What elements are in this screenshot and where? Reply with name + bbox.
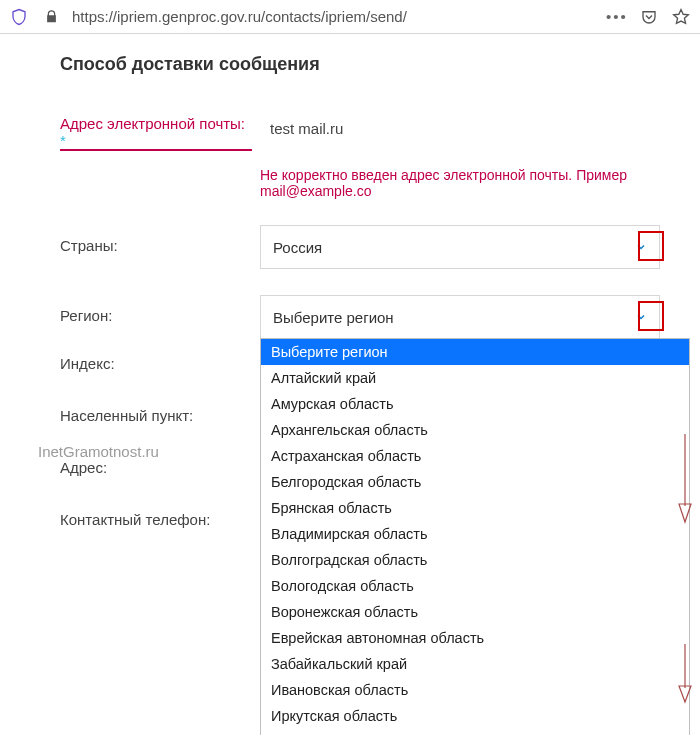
region-selected: Выберите регион — [273, 309, 394, 326]
form-page: Способ доставки сообщения Адрес электрон… — [0, 34, 700, 545]
region-option[interactable]: Забайкальский край — [261, 651, 689, 677]
email-label: Адрес электронной почты: * — [60, 111, 252, 151]
country-selected: Россия — [273, 239, 322, 256]
region-dropdown[interactable]: Выберите регионАлтайский крайАмурская об… — [260, 338, 690, 735]
email-error: Не корректно введен адрес электронной по… — [60, 163, 660, 199]
row-email: Адрес электронной почты: * — [60, 111, 660, 157]
region-option[interactable]: Воронежская область — [261, 599, 689, 625]
chevron-down-icon — [635, 311, 647, 323]
chevron-down-icon — [635, 241, 647, 253]
region-select[interactable]: Выберите регион — [260, 295, 660, 339]
region-option[interactable]: Кабардино-Балкарская Республика — [261, 729, 689, 735]
row-country: Страны: Россия — [60, 225, 660, 271]
lock-icon[interactable] — [40, 9, 62, 24]
more-icon[interactable]: ••• — [606, 8, 628, 25]
email-field[interactable] — [260, 111, 660, 145]
region-option[interactable]: Владимирская область — [261, 521, 689, 547]
city-label: Населенный пункт: — [60, 395, 260, 424]
region-option[interactable]: Вологодская область — [261, 573, 689, 599]
email-label-text: Адрес электронной почты: — [60, 115, 245, 132]
required-asterisk: * — [60, 132, 66, 149]
region-option[interactable]: Архангельская область — [261, 417, 689, 443]
country-label: Страны: — [60, 225, 260, 254]
region-option[interactable]: Еврейская автономная область — [261, 625, 689, 651]
shield-icon[interactable] — [8, 8, 30, 26]
url-text[interactable]: https://ipriem.genproc.gov.ru/contacts/i… — [72, 8, 596, 25]
region-option[interactable]: Алтайский край — [261, 365, 689, 391]
region-option[interactable]: Белгородская область — [261, 469, 689, 495]
region-option[interactable]: Брянская область — [261, 495, 689, 521]
region-option[interactable]: Ивановская область — [261, 677, 689, 703]
page-title: Способ доставки сообщения — [60, 54, 660, 75]
region-option[interactable]: Астраханская область — [261, 443, 689, 469]
region-option[interactable]: Волгоградская область — [261, 547, 689, 573]
watermark: InetGramotnost.ru — [38, 443, 159, 460]
country-select[interactable]: Россия — [260, 225, 660, 269]
star-icon[interactable] — [670, 7, 692, 27]
region-option[interactable]: Иркутская область — [261, 703, 689, 729]
browser-address-bar: https://ipriem.genproc.gov.ru/contacts/i… — [0, 0, 700, 34]
region-option[interactable]: Выберите регион — [261, 339, 689, 365]
index-label: Индекс: — [60, 343, 260, 372]
region-label: Регион: — [60, 295, 260, 324]
region-option[interactable]: Амурская область — [261, 391, 689, 417]
pocket-icon[interactable] — [638, 8, 660, 26]
row-region: Регион: Выберите регион Выберите регионА… — [60, 295, 660, 341]
phone-label: Контактный телефон: — [60, 499, 260, 528]
